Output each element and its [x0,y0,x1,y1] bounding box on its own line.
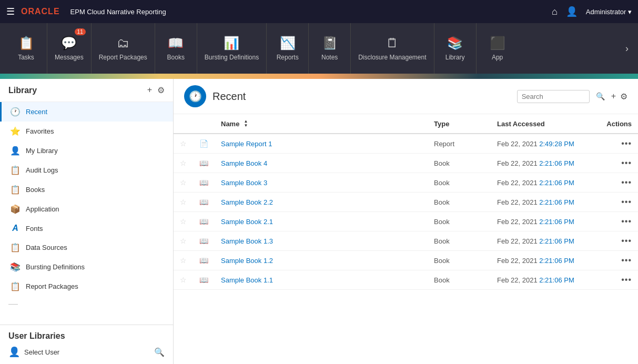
data-sources-icon: 📋 [10,242,21,252]
star-icon[interactable]: ☆ [180,178,187,187]
sidebar-item-report-packages[interactable]: 📋 Report Packages [0,277,173,296]
messages-label: Messages [55,54,84,61]
sidebar-item-books[interactable]: 📋 Books [0,180,173,199]
books-sidebar-label: Books [26,186,45,194]
books-sidebar-icon: 📋 [10,185,21,195]
actions-menu-button[interactable]: ••• [621,275,632,284]
search-icon[interactable]: 🔍 [596,92,605,100]
tab-disclosure-management[interactable]: 🗒 Disclosure Management [351,23,434,74]
sidebar-item-bursting-definitions[interactable]: 📚 Bursting Definitions [0,257,173,277]
tab-reports[interactable]: 📉 Reports [267,23,309,74]
sidebar-item-data-sources[interactable]: 📋 Data Sources [0,238,173,257]
date-text: Feb 22, 2021 [497,198,539,206]
star-icon[interactable]: ☆ [180,198,187,206]
user-menu[interactable]: Administrator ▾ [586,8,632,16]
table-body: ☆📄Sample Report 1ReportFeb 22, 2021 2:49… [174,134,638,290]
notes-icon: 📓 [322,36,338,50]
sidebar-item-fonts[interactable]: A Fonts [0,219,173,238]
top-nav-icons: ⌂ 👤 Administrator ▾ [552,6,632,17]
actions-menu-button[interactable]: ••• [621,139,632,148]
type-text: Book [434,257,450,265]
sidebar-item-application[interactable]: 📦 Application [0,199,173,219]
person-icon[interactable]: 👤 [566,6,578,17]
item-name-link[interactable]: Sample Book 2.1 [221,218,273,226]
sidebar-header-icons: + ⚙ [147,85,165,95]
sidebar-item-audit-logs[interactable]: 📋 Audit Logs [0,160,173,180]
tab-notes[interactable]: 📓 Notes [309,23,351,74]
time-text: 2:21:06 PM [539,159,574,167]
sidebar-item-my-library[interactable]: 👤 My Library [0,141,173,160]
table-row: ☆📖Sample Book 4BookFeb 22, 2021 2:21:06 … [174,154,638,173]
disclosure-icon: 🗒 [386,36,399,50]
name-sort-icons[interactable]: ▲ ▼ [244,119,248,128]
actions-menu-button[interactable]: ••• [621,256,632,265]
item-name-link[interactable]: Sample Book 1.3 [221,237,273,245]
item-name-link[interactable]: Sample Book 1.1 [221,276,273,284]
type-text: Book [434,179,450,187]
fonts-icon: A [10,224,21,233]
th-name[interactable]: Name ▲ ▼ [215,114,428,134]
select-user-button[interactable]: 👤 Select User [8,346,149,358]
add-item-icon[interactable]: + [611,92,616,102]
star-icon[interactable]: ☆ [180,276,187,284]
notes-label: Notes [321,54,338,61]
search-input[interactable] [522,93,585,100]
content-settings-icon[interactable]: ⚙ [620,92,627,102]
sidebar-item-recent[interactable]: 🕐 Recent [0,102,173,122]
tab-bursting-definitions[interactable]: 📊 Bursting Definitions [197,23,267,74]
star-icon[interactable]: ☆ [180,139,187,148]
tab-library[interactable]: 📚 Library [434,23,477,74]
star-icon[interactable]: ☆ [180,256,187,265]
books-label: Books [167,54,185,61]
date-text: Feb 22, 2021 [497,179,539,187]
item-name-link[interactable]: Sample Book 4 [221,159,267,167]
actions-menu-button[interactable]: ••• [621,217,632,226]
actions-menu-button[interactable]: ••• [621,197,632,206]
star-icon[interactable]: ☆ [180,237,187,245]
select-user-label: Select User [24,348,59,356]
tab-tasks[interactable]: 📋 Tasks [5,23,47,74]
type-text: Book [434,159,450,167]
tab-report-packages[interactable]: 🗂 Report Packages [92,23,155,74]
type-text: Book [434,237,450,245]
tab-books[interactable]: 📖 Books [155,23,197,74]
favorites-label: Favorites [26,127,54,135]
item-name-link[interactable]: Sample Book 2.2 [221,198,273,206]
actions-menu-button[interactable]: ••• [621,158,632,167]
messages-badge: 11 [75,28,86,35]
star-icon[interactable]: ☆ [180,159,187,167]
date-text: Feb 22, 2021 [497,159,539,167]
tab-messages[interactable]: 💬 Messages 11 [47,23,92,74]
sidebar-add-icon[interactable]: + [147,85,152,95]
app-label: App [492,54,503,61]
home-icon[interactable]: ⌂ [552,6,558,17]
bursting-label: Bursting Definitions [205,54,259,61]
item-name-link[interactable]: Sample Book 3 [221,179,267,187]
sidebar-header: Library + ⚙ [0,79,173,102]
sidebar: Library + ⚙ 🕐 Recent ⭐ Favorites 👤 My Li… [0,79,174,364]
sidebar-settings-icon[interactable]: ⚙ [157,85,165,95]
favorites-icon: ⭐ [10,126,21,136]
time-text: 2:21:06 PM [539,198,574,206]
item-name-link[interactable]: Sample Book 1.2 [221,257,273,265]
hamburger-menu[interactable]: ☰ [6,6,15,17]
name-column-label: Name [221,120,239,128]
user-search-icon[interactable]: 🔍 [154,347,165,357]
time-text: 2:21:06 PM [539,179,574,187]
content-area: 🕐 Recent 🔍 + ⚙ Name [174,79,638,364]
time-text: 2:21:06 PM [539,237,574,245]
recent-label: Recent [26,108,47,116]
item-name-link[interactable]: Sample Report 1 [221,140,272,148]
book-file-icon: 📖 [199,217,208,226]
actions-menu-button[interactable]: ••• [621,236,632,245]
header-action-icons: + ⚙ [611,92,627,102]
table-row: ☆📖Sample Book 2.2BookFeb 22, 2021 2:21:0… [174,193,638,212]
star-icon[interactable]: ☆ [180,217,187,226]
banner-strip [0,74,638,79]
date-text: Feb 22, 2021 [497,140,539,148]
th-type: Type [428,114,491,134]
sidebar-item-favorites[interactable]: ⭐ Favorites [0,122,173,141]
nav-scroll-right[interactable]: › [621,39,633,58]
tab-app[interactable]: ⬛ App [477,23,519,74]
actions-menu-button[interactable]: ••• [621,178,632,187]
